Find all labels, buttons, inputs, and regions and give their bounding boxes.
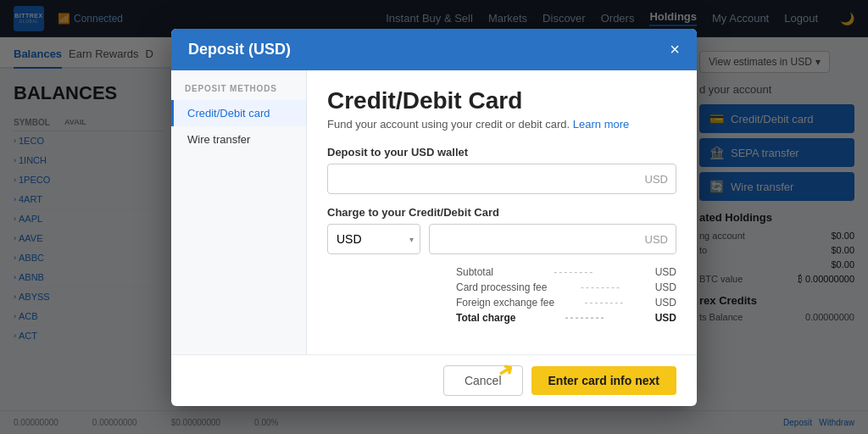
deposit-input-wrapper: USD: [327, 164, 676, 194]
modal-main-content: Credit/Debit Card Fund your account usin…: [307, 70, 697, 354]
fee-processing-dashes: --------: [581, 281, 621, 293]
fee-processing-unit: USD: [655, 281, 676, 293]
fee-total-row: Total charge -------- USD: [456, 312, 676, 324]
deposit-modal: Deposit (USD) × DEPOSIT METHODS Credit/D…: [171, 29, 697, 406]
fee-subtotal-label: Subtotal: [456, 266, 493, 278]
modal-title: Deposit (USD): [188, 41, 291, 58]
modal-header: Deposit (USD) ×: [171, 29, 697, 70]
charge-currency-suffix: USD: [645, 232, 668, 245]
charge-field-label: Charge to your Credit/Debit Card: [327, 206, 676, 219]
deposit-methods-label: DEPOSIT METHODS: [171, 84, 306, 93]
submit-button[interactable]: ➜ Enter card info next: [531, 366, 676, 395]
charge-row: USD EUR GBP ▾ USD: [327, 224, 676, 254]
deposit-currency-suffix: USD: [645, 172, 668, 185]
learn-more-link[interactable]: Learn more: [573, 118, 629, 131]
charge-amount-wrapper: USD: [429, 224, 676, 254]
form-subtitle: Fund your account using your credit or d…: [327, 118, 676, 131]
currency-select-wrapper: USD EUR GBP ▾: [327, 224, 420, 254]
modal-footer: Cancel ➜ Enter card info next: [171, 354, 697, 406]
fee-subtotal-row: Subtotal -------- USD: [456, 266, 676, 278]
modal-overlay: Deposit (USD) × DEPOSIT METHODS Credit/D…: [0, 0, 868, 434]
fee-total-label: Total charge: [456, 312, 515, 324]
charge-amount-input[interactable]: [429, 224, 676, 254]
fee-processing-row: Card processing fee -------- USD: [456, 281, 676, 293]
deposit-amount-input[interactable]: [327, 164, 676, 194]
modal-sidebar: DEPOSIT METHODS Credit/Debit card Wire t…: [171, 70, 307, 354]
fee-fx-unit: USD: [655, 297, 676, 309]
fee-total-unit: USD: [655, 312, 676, 324]
deposit-field-label: Deposit to your USD wallet: [327, 146, 676, 159]
fee-table: Subtotal -------- USD Card processing fe…: [456, 266, 676, 324]
fee-processing-label: Card processing fee: [456, 281, 547, 293]
method-credit-debit[interactable]: Credit/Debit card: [171, 100, 306, 126]
method-wire-transfer[interactable]: Wire transfer: [171, 126, 306, 153]
currency-select[interactable]: USD EUR GBP: [327, 224, 420, 254]
fee-subtotal-unit: USD: [655, 266, 676, 278]
submit-label: Enter card info next: [548, 374, 659, 387]
modal-close-button[interactable]: ×: [670, 41, 680, 58]
fee-fx-row: Foreign exchange fee -------- USD: [456, 297, 676, 309]
fee-fx-dashes: --------: [584, 297, 625, 309]
fee-subtotal-dashes: --------: [554, 266, 594, 278]
form-title: Credit/Debit Card: [327, 87, 676, 114]
fee-total-dashes: --------: [565, 312, 606, 324]
fee-fx-label: Foreign exchange fee: [456, 297, 554, 309]
modal-body: DEPOSIT METHODS Credit/Debit card Wire t…: [171, 70, 697, 354]
